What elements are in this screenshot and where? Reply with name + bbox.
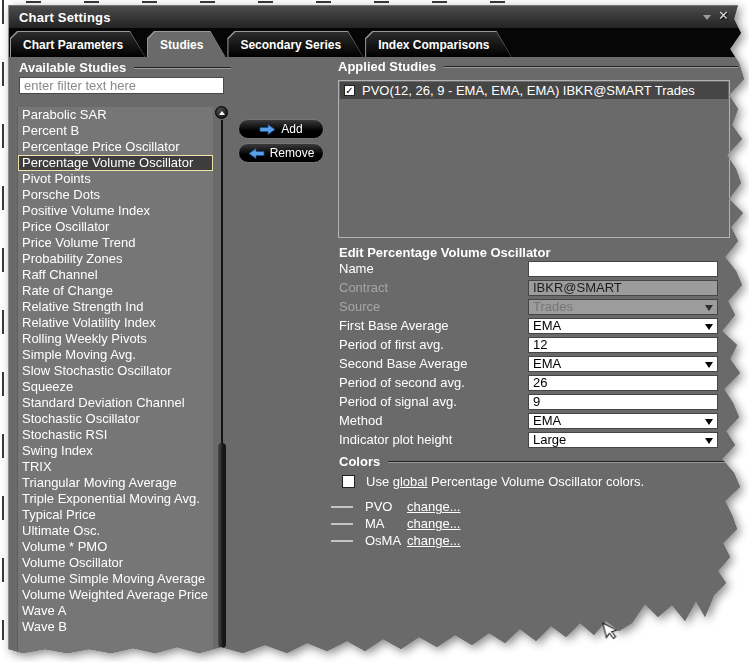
study-list-item[interactable]: Simple Moving Avg.: [18, 347, 213, 363]
form-row: Indicator plot height Large: [339, 432, 718, 448]
color-label: PVO: [365, 499, 407, 514]
study-list-item[interactable]: Standard Deviation Channel: [18, 395, 213, 411]
form-row: Contract IBKR@SMART: [339, 280, 718, 296]
study-list-item[interactable]: Wave A: [18, 603, 213, 619]
study-list-item[interactable]: Volume Simple Moving Average: [18, 571, 213, 587]
form-row: Name: [339, 261, 718, 277]
tab-bar: Chart Parameters Studies Secondary Serie…: [9, 28, 745, 57]
color-row: PVO change...: [331, 498, 571, 515]
study-list-item[interactable]: Typical Price: [18, 507, 213, 523]
study-list-item[interactable]: Ultimate Osc.: [18, 523, 213, 539]
field-input[interactable]: EMA: [528, 318, 718, 334]
applied-study-checkbox[interactable]: [344, 85, 355, 96]
header-rule: [134, 67, 231, 69]
arrow-right-icon: [259, 124, 276, 135]
study-list-item[interactable]: Swing Index: [18, 443, 213, 459]
study-list-item[interactable]: Volume * PMO: [18, 539, 213, 555]
arrow-left-icon: [248, 148, 265, 159]
change-color-link[interactable]: change...: [407, 516, 461, 531]
window-shadow: Chart Settings ✕ Chart Parameters Studie…: [8, 5, 745, 655]
study-list-item[interactable]: Porsche Dots: [18, 187, 213, 203]
editor-title: Edit Percentage Volume Oscillator: [339, 245, 718, 261]
applied-study-row[interactable]: PVO(12, 26, 9 - EMA, EMA, EMA) IBKR@SMAR…: [340, 82, 728, 99]
triangle-up-icon: [219, 108, 225, 115]
field-label: Second Base Average: [339, 356, 528, 372]
study-editor: Edit Percentage Volume Oscillator Name C…: [339, 245, 718, 451]
study-list-item[interactable]: Raff Channel: [18, 267, 213, 283]
form-row: First Base Average EMA: [339, 318, 718, 334]
scrollbar-thumb[interactable]: [218, 443, 226, 648]
study-list-item[interactable]: Percentage Volume Oscillator: [18, 155, 213, 171]
field-input[interactable]: EMA: [528, 413, 718, 429]
color-swatch: [331, 506, 353, 508]
study-list-item[interactable]: Volume Oscillator: [18, 555, 213, 571]
tab-label: Secondary Series: [240, 38, 341, 52]
study-list-item[interactable]: Wave B: [18, 619, 213, 635]
study-list-item[interactable]: Price Oscillator: [18, 219, 213, 235]
study-list-item[interactable]: Probability Zones: [18, 251, 213, 267]
study-list-item[interactable]: Parabolic SAR: [18, 107, 213, 123]
field-input[interactable]: 26: [528, 375, 718, 391]
field-label: First Base Average: [339, 318, 528, 334]
chevron-down-icon[interactable]: [703, 15, 711, 24]
field-input[interactable]: 12: [528, 337, 718, 353]
tab[interactable]: Studies: [147, 31, 225, 57]
field-label: Name: [339, 261, 528, 277]
color-label: OsMA: [365, 533, 407, 548]
study-list-item[interactable]: Rate of Change: [18, 283, 213, 299]
field-label: Indicator plot height: [339, 432, 528, 448]
study-list-item[interactable]: Stochastic RSI: [18, 427, 213, 443]
study-list-item[interactable]: Rolling Weekly Pivots: [18, 331, 213, 347]
study-list-item[interactable]: Triangular Moving Average: [18, 475, 213, 491]
change-color-link[interactable]: change...: [407, 499, 461, 514]
study-list-item[interactable]: TRIX: [18, 459, 213, 475]
tab-label: Chart Parameters: [23, 38, 123, 52]
applied-studies-list[interactable]: PVO(12, 26, 9 - EMA, EMA, EMA) IBKR@SMAR…: [338, 80, 730, 238]
field-input[interactable]: Large: [528, 432, 718, 448]
field-input[interactable]: [528, 261, 718, 277]
list-scrollbar[interactable]: [214, 106, 229, 657]
chart-settings-window: Chart Settings ✕ Chart Parameters Studie…: [8, 5, 745, 655]
screenshot-page: Chart Settings ✕ Chart Parameters Studie…: [0, 0, 749, 662]
study-list-item[interactable]: Percentage Price Oscillator: [18, 139, 213, 155]
dropdown-arrow-icon: [705, 324, 713, 334]
study-list-item[interactable]: Relative Strength Ind: [18, 299, 213, 315]
study-list-item[interactable]: Relative Volatility Index: [18, 315, 213, 331]
change-color-link[interactable]: change...: [407, 533, 461, 548]
field-input[interactable]: IBKR@SMART: [528, 280, 718, 296]
tab[interactable]: Chart Parameters: [10, 31, 145, 57]
global-link[interactable]: global: [393, 474, 428, 489]
study-list-item[interactable]: Slow Stochastic Oscillator: [18, 363, 213, 379]
study-list-item[interactable]: Triple Exponential Moving Avg.: [18, 491, 213, 507]
tab[interactable]: Index Comparisons: [365, 31, 511, 57]
field-input[interactable]: Trades: [528, 299, 718, 315]
field-input[interactable]: 9: [528, 394, 718, 410]
dropdown-arrow-icon: [705, 419, 713, 429]
study-list-item[interactable]: Squeeze: [18, 379, 213, 395]
close-icon[interactable]: ✕: [718, 8, 729, 23]
available-studies-list[interactable]: Parabolic SAR Percent B Percentage Price…: [17, 107, 213, 656]
editor-fields: Name Contract IBKR@SMART: [339, 261, 718, 448]
field-label: Period of second avg.: [339, 375, 528, 391]
add-button[interactable]: Add: [238, 119, 324, 139]
color-swatch: [331, 523, 353, 525]
form-row: Second Base Average EMA: [339, 356, 718, 372]
study-list-item[interactable]: Volume Weighted Average Price: [18, 587, 213, 603]
study-list-item[interactable]: Percent B: [18, 123, 213, 139]
use-global-checkbox[interactable]: [342, 475, 355, 488]
field-label: Source: [339, 299, 528, 315]
study-filter-input[interactable]: [19, 77, 224, 94]
title-bar[interactable]: Chart Settings ✕: [9, 6, 745, 28]
dropdown-arrow-icon: [705, 362, 713, 372]
torn-edge-dashes-top: [26, 1, 526, 3]
field-label: Period of signal avg.: [339, 394, 528, 410]
remove-button[interactable]: Remove: [238, 143, 324, 163]
tab[interactable]: Secondary Series: [227, 31, 363, 57]
field-input[interactable]: EMA: [528, 356, 718, 372]
study-list-item[interactable]: Positive Volume Index: [18, 203, 213, 219]
scroll-up-button[interactable]: [215, 106, 228, 119]
available-studies-header: Available Studies: [19, 60, 231, 75]
study-list-item[interactable]: Pivot Points: [18, 171, 213, 187]
study-list-item[interactable]: Price Volume Trend: [18, 235, 213, 251]
study-list-item[interactable]: Stochastic Oscillator: [18, 411, 213, 427]
